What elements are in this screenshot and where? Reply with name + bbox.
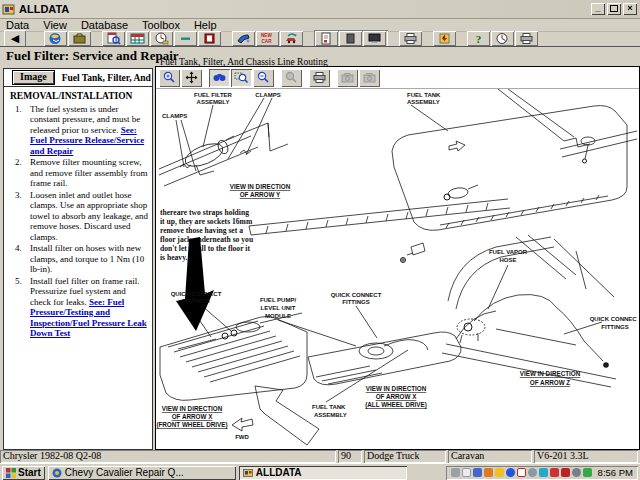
svg-text:OF ARROW X: OF ARROW X bbox=[172, 413, 213, 420]
tray-icon[interactable] bbox=[462, 468, 471, 477]
svg-text:FITTINGS: FITTINGS bbox=[601, 324, 628, 330]
fuel-system-diagram: FUEL FILTER ASSEMBLY CLAMPS CLAMPS VIEW … bbox=[156, 89, 637, 447]
zoom-out-button[interactable] bbox=[253, 69, 274, 87]
task1-icon bbox=[52, 468, 62, 478]
svg-text:MODULE: MODULE bbox=[265, 313, 291, 319]
form-view-button[interactable] bbox=[339, 31, 362, 46]
car-repeat-button[interactable] bbox=[280, 31, 303, 46]
tray-icon[interactable] bbox=[473, 468, 482, 477]
step-2: 2. Remove filter mounting screw, and rem… bbox=[10, 157, 150, 189]
dash-button[interactable] bbox=[174, 31, 197, 46]
new-car-button[interactable]: NEWCAR bbox=[256, 31, 279, 46]
next-image-button bbox=[359, 69, 380, 87]
zoom-select-button[interactable] bbox=[231, 69, 252, 87]
document-icon bbox=[319, 32, 334, 45]
image-button[interactable]: Image bbox=[12, 70, 55, 85]
label-qcf-left: QUICK CONNECT bbox=[171, 291, 222, 297]
svg-text:OF ARROW Z: OF ARROW Z bbox=[530, 379, 570, 386]
printer-icon bbox=[403, 32, 418, 45]
svg-text:is heavy.: is heavy. bbox=[160, 253, 188, 262]
dash-icon bbox=[178, 32, 193, 45]
step-text: Remove filter mounting screw, and remove… bbox=[24, 157, 150, 189]
alldata-window: ALLDATA _ × Data View Database Toolbox H… bbox=[0, 0, 640, 480]
clock2-icon bbox=[495, 32, 510, 45]
tray-icon[interactable] bbox=[506, 468, 515, 477]
help-button[interactable]: ? bbox=[467, 31, 490, 46]
tray-icon[interactable] bbox=[495, 468, 504, 477]
menu-help[interactable]: Help bbox=[194, 19, 217, 31]
start-button[interactable]: Start bbox=[2, 466, 45, 480]
minimize-button[interactable]: _ bbox=[591, 3, 605, 15]
task2-icon bbox=[243, 468, 253, 478]
svg-text:ASSEMBLY: ASSEMBLY bbox=[407, 99, 440, 105]
task-alldata[interactable]: ALLDATA bbox=[239, 466, 407, 480]
history-clock-button[interactable] bbox=[150, 31, 173, 46]
document-view-button[interactable] bbox=[315, 31, 338, 46]
monitor-view-button[interactable] bbox=[363, 31, 386, 46]
tray-icon[interactable] bbox=[528, 468, 537, 477]
restore-button[interactable] bbox=[607, 3, 621, 15]
briefcase-button[interactable] bbox=[68, 31, 91, 46]
quickclock-button[interactable] bbox=[491, 31, 514, 46]
step-5: 5. Install fuel filter on frame rail. Pr… bbox=[10, 276, 150, 339]
zoom-in-button[interactable] bbox=[159, 69, 180, 87]
back-button[interactable]: ◀ bbox=[4, 30, 26, 47]
svg-text:LEVEL UNIT: LEVEL UNIT bbox=[261, 305, 296, 311]
svg-text:don't let it fall to the floor: don't let it fall to the floor it bbox=[160, 244, 250, 253]
step-text: Loosen inlet and outlet hose clamps. Use… bbox=[24, 190, 150, 243]
user-note: thereare two straps holding bbox=[160, 208, 249, 217]
svg-text:floor jack underneath so you: floor jack underneath so you bbox=[160, 235, 254, 244]
tray-icon[interactable] bbox=[539, 468, 548, 477]
svg-text:FITTINGS: FITTINGS bbox=[342, 299, 369, 305]
tray-icon[interactable] bbox=[572, 468, 581, 477]
pan-button[interactable] bbox=[181, 69, 202, 87]
overview-button[interactable] bbox=[209, 69, 230, 87]
task1-label: Chevy Cavalier Repair Q... bbox=[65, 467, 184, 478]
task2-label: ALLDATA bbox=[256, 467, 302, 478]
book-icon bbox=[202, 32, 217, 45]
tray-icon[interactable] bbox=[484, 468, 493, 477]
briefcase-icon bbox=[72, 32, 87, 45]
print-image-button[interactable] bbox=[309, 69, 330, 87]
wash-button[interactable] bbox=[232, 31, 255, 46]
tray-icon[interactable] bbox=[451, 468, 460, 477]
app-icon bbox=[2, 3, 16, 16]
status-make: Dodge Truck bbox=[364, 450, 446, 463]
menu-data[interactable]: Data bbox=[6, 19, 29, 31]
bookmark-button[interactable] bbox=[433, 31, 456, 46]
svg-text:FITTINGS: FITTINGS bbox=[182, 298, 209, 304]
print2-button[interactable] bbox=[515, 31, 538, 46]
menu-view[interactable]: View bbox=[43, 19, 67, 31]
svg-text:ASSEMBLY: ASSEMBLY bbox=[314, 412, 347, 418]
svg-text:OF ARROW Y: OF ARROW Y bbox=[240, 191, 281, 198]
status-model: Caravan bbox=[448, 450, 532, 463]
task-chevy-cavalier[interactable]: Chevy Cavalier Repair Q... bbox=[48, 466, 236, 480]
vehicle-search-button[interactable] bbox=[102, 31, 125, 46]
tray-icon[interactable] bbox=[561, 468, 570, 477]
tray-icon[interactable] bbox=[517, 468, 526, 477]
print-button[interactable] bbox=[399, 31, 422, 46]
tray-icon[interactable] bbox=[550, 468, 559, 477]
step-number: 3. bbox=[15, 190, 24, 243]
step-text: Install filter on hoses with new clamps,… bbox=[24, 243, 150, 275]
menu-database[interactable]: Database bbox=[81, 19, 128, 31]
label-fuel-tank-assembly-bottom: FUEL TANK bbox=[312, 404, 346, 410]
status-engine: V6-201 3.3L bbox=[534, 450, 638, 463]
tray-icon[interactable] bbox=[583, 468, 592, 477]
tsb-grid-button[interactable] bbox=[126, 31, 149, 46]
car-arrow-icon bbox=[284, 32, 299, 45]
zoom-out-icon bbox=[256, 71, 271, 84]
step-number: 1. bbox=[15, 104, 24, 157]
caption-view-y: VIEW IN DIRECTION bbox=[230, 183, 291, 190]
windows-logo-icon bbox=[6, 468, 16, 478]
step-number: 2. bbox=[15, 157, 24, 189]
binoculars-icon bbox=[212, 71, 227, 84]
close-button[interactable]: × bbox=[623, 3, 637, 15]
menu-toolbox[interactable]: Toolbox bbox=[142, 19, 180, 31]
book-button[interactable] bbox=[198, 31, 221, 46]
globe-button[interactable] bbox=[44, 31, 67, 46]
svg-text:(FRONT WHEEL DRIVE): (FRONT WHEEL DRIVE) bbox=[156, 421, 227, 429]
caption-view-z: VIEW IN DIRECTION bbox=[520, 370, 581, 377]
prev-image-button bbox=[337, 69, 358, 87]
zoom-disabled-icon bbox=[284, 71, 299, 84]
